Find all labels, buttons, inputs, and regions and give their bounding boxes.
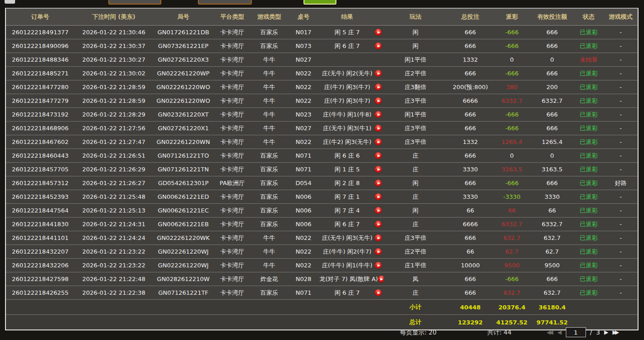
replay-play-icon[interactable] [375,180,382,186]
cell-total-bet: 6666 [447,218,493,231]
cell-order-id: 260122218467602 [6,135,75,149]
replay-play-icon[interactable] [375,234,382,241]
cell-status: 已派彩 [574,80,604,94]
cell-valid-bet: 9500 [531,259,574,272]
cell-result: 闲 7 庄 4 [319,204,383,217]
cell-order-id: 260122218460443 [6,149,75,162]
cell-game-type: 牛牛 [251,108,287,121]
cell-round-id: GN022261220WO [153,80,213,94]
cell-platform-type: 卡卡湾厅 [213,231,251,244]
replay-icon-slot [375,207,383,214]
replay-play-icon[interactable] [375,221,382,228]
cell-valid-bet: 200 [531,80,574,94]
table-row: 2601222184676022026-01-22 21:27:47GN0222… [6,135,638,149]
cell-valid-bet: 66 [531,204,574,217]
table-row: 2601222184262552026-01-22 21:22:38GN0712… [6,286,638,300]
cell-game-mode: - [604,108,638,121]
cell-payout: -666 [493,176,531,190]
cell-play-method: 闲 [383,204,447,217]
replay-play-icon[interactable] [375,125,382,132]
cell-table-no: N006 [287,190,319,203]
cell-play-method: 庄3平倍 [383,122,447,135]
cell-bet-time: 2026-01-22 21:30:46 [75,26,153,39]
cell-valid-bet: 666 [531,39,574,53]
replay-play-icon[interactable] [375,289,382,296]
cell-result: 庄(牛牛) 闲2(牛7) [319,245,383,258]
cell-round-id: GN006261221EB [153,218,213,231]
next-page-icon[interactable]: ▶ [604,329,608,335]
cell-bet-time: 2026-01-22 21:24:24 [75,231,153,244]
cell-game-mode: - [604,80,638,94]
replay-icon-slot [375,248,383,255]
result-text: 龙(对子 7) 凤(散牌 A) [319,275,378,283]
table-row: 2601222184523932026-01-22 21:25:48GN0062… [6,190,638,204]
last-page-icon[interactable]: ▶▶ [612,329,619,335]
replay-play-icon[interactable] [378,276,383,282]
cell-game-mode: - [604,53,638,66]
toolbar-button-2[interactable] [198,0,252,5]
cell-total-bet: 666 [447,176,493,190]
result-text: 闲 1 庄 5 [319,165,375,174]
cell-play-method: 闲1平倍 [383,108,447,121]
cell-total-bet: 3330 [447,190,493,203]
first-page-icon[interactable]: ◀◀ [547,329,553,335]
replay-play-icon[interactable] [375,111,382,118]
cell-total-bet: 666 [447,67,493,80]
bet-order-history-screen: 订单号下注时间 (美东)局号平台类型游戏类型桌号结果玩法总投注派彩有效投注额状态… [0,0,644,340]
cell-payout: -666 [493,39,531,53]
cell-game-mode: - [604,39,638,53]
cell-total-bet: 66 [447,204,493,217]
cell-play-method: 庄 [383,149,447,162]
cell-valid-bet: 3163.5 [531,163,574,176]
replay-play-icon[interactable] [375,70,382,77]
replay-play-icon[interactable] [375,42,382,49]
cell-bet-time: 2026-01-22 21:27:47 [75,135,153,149]
table-row: 2601222184411012026-01-22 21:24:24GN0222… [6,231,638,245]
cell-table-no: N071 [287,163,319,176]
result-text: 闲 7 庄 1 [319,193,375,201]
cell-payout: -666 [493,272,531,286]
replay-play-icon[interactable] [375,193,382,200]
cell-result: 庄(牛牛) 闲1(牛牛) [319,259,383,272]
page-separator: / [590,329,592,336]
cell-play-method: 庄 [383,218,447,231]
toolbar-button-1[interactable] [108,0,161,5]
cell-game-type: 牛牛 [251,135,287,149]
cell-platform-type: 卡卡湾厅 [213,259,251,272]
cell-game-mode: - [604,163,638,176]
table-body: 2601222184913772026-01-22 21:30:46GN0172… [6,26,638,300]
cell-bet-time: 2026-01-22 21:26:51 [75,149,153,162]
replay-play-icon[interactable] [375,207,382,214]
prev-page-icon[interactable]: ◀ [557,329,561,335]
toolbar-search-button[interactable] [303,0,336,5]
cell-platform-type: 卡卡湾厅 [213,108,251,121]
replay-play-icon[interactable] [375,29,382,36]
result-text: 闲 2 庄 8 [319,179,375,187]
table-row: 2601222184322072026-01-22 21:23:22GN0222… [6,245,638,259]
replay-play-icon[interactable] [375,152,382,159]
cell-valid-bet: 666 [531,67,574,80]
cell-round-id: GD0542612301P [153,176,213,190]
replay-icon-slot [375,42,383,49]
cell-payout: 632.7 [493,286,531,299]
replay-play-icon[interactable] [375,262,382,269]
replay-play-icon[interactable] [375,84,382,90]
table-row: 2601222184913772026-01-22 21:30:46GN0172… [6,26,638,39]
replay-play-icon[interactable] [375,248,382,255]
cell-valid-bet: 3330 [531,190,574,203]
cell-game-type: 牛牛 [251,53,287,66]
cell-round-id: GN027261220X1 [153,122,213,135]
page-number-input[interactable] [566,327,586,337]
cell-result: 庄(无牛) 闲3(无牛) [319,231,383,244]
replay-play-icon[interactable] [375,97,382,104]
cell-play-method: 庄 [383,163,447,176]
spacer [6,300,383,314]
cell-game-mode: - [604,94,638,107]
replay-play-icon[interactable] [375,166,382,173]
table-row: 2601222184883462026-01-22 21:30:27GN0272… [6,53,638,67]
replay-icon-slot [375,29,383,36]
column-header-game-mode: 游戏模式 [604,9,638,25]
replay-play-icon[interactable] [375,138,382,145]
cell-total-bet: 666 [447,149,493,162]
cell-bet-time: 2026-01-22 21:22:48 [75,272,153,286]
